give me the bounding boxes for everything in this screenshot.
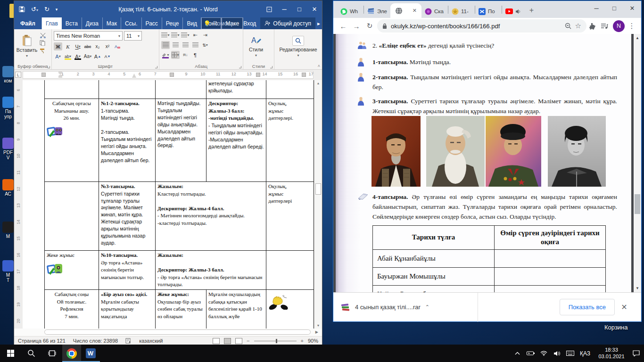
lesson-table-cell[interactable]: «Бір ауыз сөз» әдісі.Мұғалім сабақты қор…: [99, 290, 156, 329]
word-maximize-button[interactable]: □: [292, 1, 307, 17]
lesson-table-cell[interactable]: Жазылым: Дескриптор: Жалпы-3 балл.- Әр т…: [156, 251, 266, 290]
web-layout-icon[interactable]: [235, 338, 242, 344]
highlight-button[interactable]: ab▾: [64, 52, 72, 60]
copy-icon[interactable]: [40, 40, 46, 46]
justify-button[interactable]: [191, 41, 199, 49]
lesson-table-cell[interactable]: №10-тапсырма.Әр торға «Астана» сөзінің б…: [99, 251, 156, 290]
browser-tab-11-[interactable]: 11-: [448, 5, 475, 18]
word-tab-ссы[interactable]: Ссы.: [121, 17, 142, 29]
read-mode-icon[interactable]: [213, 338, 220, 344]
increase-indent-button[interactable]: ⇥: [201, 31, 209, 39]
desktop-icon-computer[interactable]: ком: [1, 66, 15, 83]
desktop-icon-control-panel[interactable]: Паупр: [1, 97, 15, 119]
print-layout-icon[interactable]: [224, 338, 231, 344]
font-name-select[interactable]: Times New Roman▾: [54, 31, 123, 41]
align-right-button[interactable]: [181, 41, 190, 49]
desktop-icon-movie-tool[interactable]: МТ: [1, 260, 15, 283]
editing-button[interactable]: Редактирование▾: [276, 31, 320, 62]
zoom-out-page-icon[interactable]: [565, 23, 571, 29]
multilevel-list-button[interactable]: ▾: [181, 31, 190, 39]
signin-link[interactable]: Вход: [239, 17, 260, 29]
chrome-close-button[interactable]: ✕: [623, 1, 641, 15]
word-count[interactable]: Число слов: 23898: [73, 338, 118, 344]
lesson-table-cell[interactable]: жетелеуші сұрақтар қойылады.: [206, 80, 266, 99]
ribbon-display-options-icon[interactable]: [262, 1, 277, 17]
change-case-button[interactable]: Аа▾: [83, 52, 92, 60]
font-color-button[interactable]: А▾: [74, 52, 82, 60]
lesson-table-cell[interactable]: Сабақтың соңыОй толғаныс.Рефлексия7 мин.: [45, 290, 99, 329]
decrease-indent-button[interactable]: ⇤: [191, 31, 199, 39]
subscript-button[interactable]: x₂: [93, 42, 102, 50]
desktop-icon-media-app[interactable]: М: [1, 222, 15, 239]
strikethrough-button[interactable]: abc: [83, 42, 92, 50]
chrome-minimize-button[interactable]: ─: [587, 1, 605, 15]
profile-avatar[interactable]: N: [613, 20, 625, 32]
sort-button[interactable]: Я↓: [181, 51, 190, 59]
shrink-font-button[interactable]: А▼: [103, 52, 112, 60]
help-tab[interactable]: 💡Помощь: [199, 17, 239, 29]
lesson-table-cell[interactable]: №1-2-тапсырма.1-тапсырма.Мәтінді тыңда. …: [99, 99, 156, 182]
pdf-scrollbar[interactable]: ▲ ▼: [634, 34, 641, 292]
align-center-button[interactable]: [171, 41, 180, 49]
desktop-icon-pdf-viewer[interactable]: PDFV: [1, 138, 15, 160]
page-indicator[interactable]: Страница 66 из 121: [18, 338, 66, 344]
scrollbar-thumb[interactable]: [315, 183, 321, 195]
share-button[interactable]: Общий доступ: [260, 17, 315, 29]
chrome-maximize-button[interactable]: □: [605, 1, 623, 15]
superscript-button[interactable]: x²: [103, 42, 112, 50]
word-tab-глав[interactable]: Глав: [42, 17, 62, 29]
paste-button[interactable]: Вставить▾: [16, 31, 38, 62]
line-spacing-button[interactable]: ⇅▾: [201, 41, 209, 49]
bullets-button[interactable]: ▾: [161, 31, 170, 39]
download-item[interactable]: 4 сынып қазақ тілі....rar ⌃: [341, 303, 478, 312]
proofing-icon[interactable]: [125, 338, 132, 344]
battery-icon[interactable]: [524, 351, 537, 355]
browser-tab-По[interactable]: По: [475, 5, 502, 18]
word-tab-мак[interactable]: Мак: [103, 17, 121, 29]
lesson-table-cell[interactable]: Мұғалім оқушылардың сабаққа қатысқан бел…: [206, 290, 266, 329]
grow-font-button[interactable]: А▲: [93, 52, 102, 60]
redo-icon[interactable]: ↻: [44, 6, 50, 13]
format-painter-icon[interactable]: [40, 48, 46, 53]
numbering-button[interactable]: ▾: [171, 31, 180, 39]
download-chevron-icon[interactable]: ⌃: [425, 304, 429, 310]
zoom-level[interactable]: 90%: [308, 338, 318, 344]
word-tab-вста[interactable]: Вста: [62, 17, 82, 29]
taskbar-search-icon[interactable]: [21, 345, 41, 362]
word-close-button[interactable]: ✕: [307, 1, 322, 17]
lesson-table-cell[interactable]: [45, 80, 99, 99]
lesson-table-cell[interactable]: Мәтінді тыңдайды.Тыңдалым мәтініндегі не…: [156, 99, 206, 182]
lesson-table-cell[interactable]: Жазылым:Кластерді толтырады. Дескриптор:…: [156, 182, 266, 251]
align-left-button[interactable]: [161, 41, 170, 49]
wifi-icon[interactable]: [537, 351, 550, 356]
word-tab-диза[interactable]: Диза: [82, 17, 103, 29]
chrome-menu-icon[interactable]: ⋮: [627, 22, 637, 30]
task-view-icon[interactable]: [41, 345, 62, 362]
browser-tab-Wh[interactable]: Wh: [337, 5, 363, 18]
url-text[interactable]: okulyk.kz/wp-content/books/166/166.pdf: [391, 23, 500, 30]
close-download-bar-icon[interactable]: ✕: [615, 303, 634, 312]
lesson-table-cell[interactable]: Дескриптор:Жалпы-3 балл:-мәтінді тыңдайд…: [206, 99, 266, 182]
start-button[interactable]: [0, 345, 21, 362]
language-indicator[interactable]: ҚАЗ: [577, 350, 593, 357]
customize-qat-icon[interactable]: ▾: [56, 7, 58, 12]
browser-tab-Ска[interactable]: Ска: [421, 5, 448, 18]
word-tab-вид[interactable]: Вид: [183, 17, 201, 29]
tab-audio-icon[interactable]: [515, 9, 521, 14]
desktop-icon-acrobat[interactable]: АС: [1, 179, 15, 197]
lesson-table-cell[interactable]: Сабақтың ортасыМағынаны ашу.26 мин.: [45, 99, 99, 182]
italic-button[interactable]: К: [64, 42, 72, 50]
playlist-extension-icon[interactable]: [601, 23, 611, 29]
new-tab-button[interactable]: +: [526, 4, 537, 16]
show-all-downloads-button[interactable]: Показать все: [560, 299, 615, 315]
word-tab-расс[interactable]: Расс: [142, 17, 162, 29]
lesson-table-cell[interactable]: [99, 80, 156, 99]
extensions-puzzle-icon[interactable]: [588, 23, 599, 30]
bookmark-star-icon[interactable]: ☆: [575, 22, 581, 30]
address-bar[interactable]: okulyk.kz/wp-content/books/166/166.pdf ☆: [377, 19, 586, 33]
lesson-table-cell[interactable]: [266, 290, 314, 329]
lesson-table-cell[interactable]: Жеке жұмыс: [45, 251, 99, 290]
clock[interactable]: 18:3303.01.2021: [594, 347, 629, 360]
undo-icon[interactable]: ↺▾: [31, 6, 38, 13]
recycle-bin-label[interactable]: Корзина: [604, 324, 628, 331]
